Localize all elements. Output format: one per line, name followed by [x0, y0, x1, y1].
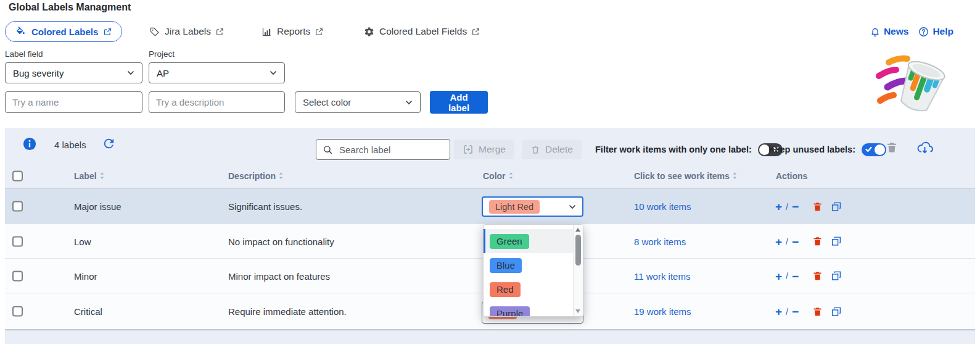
- label-field-select[interactable]: Bug severity: [5, 62, 142, 83]
- add-label-button[interactable]: Add label: [430, 91, 488, 114]
- scroll-down-icon[interactable]: [575, 309, 580, 313]
- chevron-down-icon: [127, 70, 134, 75]
- delete-button[interactable]: Delete: [522, 140, 582, 159]
- color-option-blue[interactable]: Blue: [484, 253, 574, 277]
- color-select[interactable]: Select color: [295, 91, 421, 113]
- work-items-link[interactable]: 8 work items: [634, 236, 686, 246]
- keep-toggle-label: Keep unused labels:: [768, 145, 855, 154]
- info-icon[interactable]: [23, 137, 36, 151]
- row-checkbox[interactable]: [12, 201, 23, 212]
- select-all-checkbox[interactable]: [12, 170, 23, 181]
- labels-table-panel: 4 labels Merge Delete Filter work items …: [5, 128, 975, 344]
- help-label: Help: [933, 26, 953, 37]
- filter-toggle-label: Filter work items with only one label:: [595, 145, 752, 154]
- scrollbar-thumb[interactable]: [575, 235, 581, 266]
- sort-icon: [733, 172, 737, 179]
- trash-outline-icon: [530, 145, 540, 155]
- label-cell: Major issue: [74, 201, 121, 212]
- tab-label: Colored Labels: [31, 27, 98, 37]
- bar-chart-icon: [261, 27, 272, 37]
- description-cell: No impact on functionality: [228, 236, 334, 246]
- delete-label-icon[interactable]: [812, 236, 823, 247]
- table-header-row: Label Description Color Click to see wor…: [5, 163, 975, 189]
- description-input[interactable]: [149, 91, 285, 113]
- chevron-down-icon: [569, 204, 576, 209]
- color-chip: Blue: [490, 258, 522, 273]
- check-mark-icon: [865, 146, 872, 153]
- color-chip: Red: [490, 282, 521, 297]
- work-items-link[interactable]: 10 work items: [634, 201, 691, 212]
- project-label: Project: [149, 49, 175, 59]
- toggle-knob: [875, 145, 885, 155]
- remove-work-items-button[interactable]: −: [792, 235, 799, 247]
- copy-label-icon[interactable]: [831, 271, 842, 282]
- cloud-download-icon[interactable]: [916, 140, 933, 155]
- tab-label: Colored Label Fields: [379, 26, 467, 37]
- dropdown-scrollbar[interactable]: [573, 225, 583, 316]
- color-option-purple[interactable]: Purple: [484, 301, 574, 317]
- actions-separator: /: [786, 237, 788, 246]
- column-header-description[interactable]: Description: [228, 171, 283, 181]
- search-label-input[interactable]: [338, 144, 443, 156]
- tag-icon: [149, 27, 160, 37]
- add-work-items-button[interactable]: +: [775, 306, 782, 317]
- table-row-major-issue: Major issue Significant issues. Light Re…: [5, 189, 975, 224]
- merge-button[interactable]: Merge: [454, 140, 514, 159]
- color-option-green[interactable]: Green: [484, 229, 574, 253]
- refresh-icon[interactable]: [102, 136, 116, 151]
- row-checkbox[interactable]: [12, 271, 23, 281]
- delete-label-icon[interactable]: [812, 306, 823, 317]
- column-header-work-items[interactable]: Click to see work items: [634, 171, 737, 181]
- color-chip: Purple: [490, 306, 530, 317]
- row-color-select[interactable]: Light Red: [482, 196, 583, 217]
- add-work-items-button[interactable]: +: [775, 201, 782, 212]
- actions-separator: /: [786, 202, 788, 211]
- color-dropdown-menu: Green Blue Red Purple: [483, 224, 583, 317]
- tab-label: Jira Labels: [165, 26, 211, 37]
- row-actions: + / −: [775, 270, 842, 282]
- row-checkbox[interactable]: [12, 236, 23, 246]
- scroll-up-icon[interactable]: [575, 228, 580, 232]
- external-link-icon: [216, 28, 224, 36]
- tab-colored-labels[interactable]: Colored Labels: [5, 21, 122, 42]
- copy-label-icon[interactable]: [831, 236, 842, 247]
- filter-toggle-group: Filter work items with only one label:: [595, 140, 783, 159]
- news-link[interactable]: News: [870, 26, 909, 37]
- delete-label-icon[interactable]: [812, 201, 823, 212]
- tab-colored-label-fields[interactable]: Colored Label Fields: [364, 21, 480, 42]
- add-work-items-button[interactable]: +: [775, 235, 782, 247]
- column-header-label[interactable]: Label: [74, 171, 104, 181]
- delete-label-icon[interactable]: [812, 271, 823, 282]
- remove-work-items-button[interactable]: −: [792, 270, 799, 282]
- help-link[interactable]: Help: [918, 26, 953, 37]
- color-option-red[interactable]: Red: [484, 277, 574, 301]
- keep-toggle-group: Keep unused labels:: [768, 140, 886, 159]
- work-items-link[interactable]: 19 work items: [634, 306, 691, 317]
- color-chip: Light Red: [489, 200, 540, 214]
- tab-reports[interactable]: Reports: [261, 21, 323, 42]
- sort-icon: [100, 172, 104, 179]
- search-icon: [323, 145, 333, 155]
- copy-label-icon[interactable]: [831, 306, 842, 317]
- work-items-link[interactable]: 11 work items: [634, 271, 690, 281]
- chevron-down-icon: [270, 70, 277, 75]
- project-select[interactable]: AP: [149, 62, 285, 83]
- column-header-color[interactable]: Color: [483, 171, 513, 181]
- paint-bucket-icon: [15, 27, 26, 37]
- color-option-list: Green Blue Red Purple: [484, 225, 574, 316]
- color-chip: Green: [490, 234, 529, 249]
- tab-jira-labels[interactable]: Jira Labels: [149, 21, 224, 42]
- bulk-trash-icon[interactable]: [886, 141, 898, 154]
- sort-icon: [509, 172, 513, 179]
- row-checkbox[interactable]: [12, 306, 23, 317]
- merge-icon: [463, 144, 474, 155]
- copy-label-icon[interactable]: [831, 201, 842, 212]
- row-actions: + / −: [775, 306, 842, 317]
- keep-unused-labels-toggle[interactable]: [862, 143, 886, 156]
- name-input[interactable]: [5, 91, 142, 113]
- remove-work-items-button[interactable]: −: [792, 306, 799, 317]
- remove-work-items-button[interactable]: −: [792, 201, 799, 212]
- sort-icon: [279, 172, 283, 179]
- color-select-placeholder: Select color: [303, 97, 351, 107]
- add-work-items-button[interactable]: +: [775, 270, 782, 282]
